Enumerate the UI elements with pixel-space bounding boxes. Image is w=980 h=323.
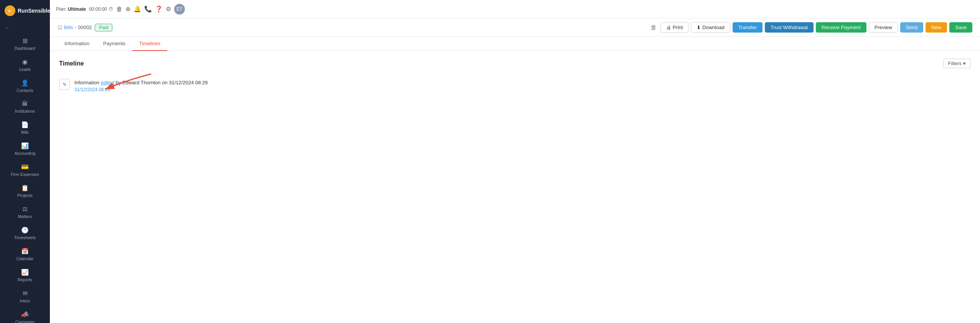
- contacts-icon: 👤: [21, 79, 29, 87]
- download-icon: ⬇: [697, 25, 701, 30]
- timeline-item-content: Information edited by Edward Thornton on…: [74, 79, 208, 92]
- preview-button[interactable]: Preview: [869, 22, 898, 33]
- tab-bar: Information Payments Timelines: [50, 37, 980, 51]
- sidebar-item-label: Matters: [18, 214, 32, 219]
- collapse-icon: ←: [5, 25, 10, 30]
- sidebar-item-calendar[interactable]: 📅 Calendar: [0, 244, 50, 265]
- timer-icon: ⏱: [109, 7, 113, 12]
- receive-payment-button[interactable]: Receive Payment: [816, 22, 866, 33]
- print-icon: 🖨: [666, 25, 671, 30]
- sidebar-item-label: Campaign: [15, 320, 35, 323]
- timesheets-icon: 🕐: [21, 226, 29, 234]
- timeline-item-text: Information edited by Edward Thornton on…: [74, 79, 208, 87]
- sidebar-item-label: Projects: [17, 193, 33, 198]
- inbox-icon: ✉: [23, 290, 28, 297]
- send-button[interactable]: Send: [900, 22, 923, 33]
- calendar-icon: 📅: [21, 248, 29, 255]
- projects-icon: 📋: [21, 184, 29, 192]
- sidebar-item-projects[interactable]: 📋 Projects: [0, 180, 50, 202]
- filters-chevron-icon: ▾: [963, 61, 966, 66]
- sidebar-item-contacts[interactable]: 👤 Contacts: [0, 75, 50, 97]
- sidebar-item-label: Leads: [19, 67, 31, 72]
- breadcrumb: ☑ Bills › 00002: [58, 25, 92, 31]
- sidebar-item-timesheets[interactable]: 🕐 Timesheets: [0, 223, 50, 244]
- sidebar-item-label: Contacts: [16, 88, 33, 93]
- timeline-header: Timeline Filters ▾: [59, 59, 971, 68]
- firm-expenses-icon: 💳: [21, 163, 29, 171]
- breadcrumb-bills-link[interactable]: Bills: [64, 25, 73, 30]
- logo-text: RunSensible: [18, 8, 50, 14]
- sidebar-item-label: Dashboard: [15, 46, 35, 51]
- timeline-text-after: by Edward Thornton on 31/12/2024 08:29: [116, 80, 208, 85]
- timeline-text-before: Information: [74, 80, 99, 85]
- sidebar-item-label: Reports: [18, 277, 33, 282]
- sidebar-item-leads[interactable]: ◉ Leads: [0, 54, 50, 75]
- breadcrumb-checkbox-icon: ☑: [58, 25, 63, 31]
- breadcrumb-bill-number: 00002: [78, 25, 92, 30]
- trash-icon[interactable]: 🗑: [116, 6, 122, 13]
- save-button[interactable]: Save: [949, 22, 972, 33]
- sidebar-item-dashboard[interactable]: ⊞ Dashboard: [0, 33, 50, 54]
- filters-button[interactable]: Filters ▾: [943, 59, 971, 68]
- help-icon[interactable]: ❓: [155, 5, 163, 13]
- status-badge: Paid: [95, 24, 112, 31]
- bills-icon: 📄: [21, 121, 29, 128]
- topbar: Plan: Ultimate 00:00:00 ⏱ 🗑 ⊕ 🔔 📞 ❓ ⚙ ET: [50, 0, 980, 18]
- avatar[interactable]: ET: [174, 4, 185, 15]
- timeline-timestamp: 31/12/2024 08:29: [74, 87, 208, 92]
- sidebar-item-accounting[interactable]: 📊 Accounting: [0, 138, 50, 159]
- timeline-item: ✎ Information edited by Edward Thornton …: [59, 76, 971, 95]
- timeline-title: Timeline: [59, 60, 84, 67]
- timer-display: 00:00:00 ⏱: [89, 7, 113, 12]
- campaign-icon: 📣: [21, 311, 29, 318]
- avatar-initials: ET: [176, 7, 182, 12]
- new-button[interactable]: New: [926, 22, 947, 33]
- plus-icon[interactable]: ⊕: [125, 5, 130, 13]
- logo[interactable]: R RunSensible: [0, 0, 50, 21]
- trust-withdrawal-button[interactable]: Trust Withdrawal: [765, 22, 814, 33]
- sidebar: R RunSensible ← ⊞ Dashboard ◉ Leads 👤 Co…: [0, 0, 50, 323]
- settings-icon[interactable]: ⚙: [166, 5, 171, 13]
- transfer-button[interactable]: Transfer: [733, 22, 763, 33]
- sidebar-item-label: Institutions: [15, 109, 35, 113]
- timeline-item-edit-icon: ✎: [59, 79, 70, 90]
- delete-button[interactable]: 🗑: [649, 23, 658, 33]
- logo-icon: R: [5, 5, 15, 16]
- matters-icon: ⚖: [22, 205, 28, 213]
- download-button[interactable]: ⬇ Download: [691, 22, 730, 33]
- tab-information[interactable]: Information: [58, 37, 96, 51]
- tab-payments[interactable]: Payments: [96, 37, 132, 51]
- bell-icon[interactable]: 🔔: [133, 5, 141, 13]
- sidebar-item-label: Inbox: [20, 298, 30, 303]
- dashboard-icon: ⊞: [23, 37, 28, 44]
- timeline-edited-link[interactable]: edited: [101, 80, 114, 85]
- main-content: Plan: Ultimate 00:00:00 ⏱ 🗑 ⊕ 🔔 📞 ❓ ⚙ ET…: [50, 0, 980, 323]
- sidebar-item-label: Firm Expenses: [11, 172, 39, 177]
- timeline-section: Timeline Filters ▾: [50, 51, 980, 103]
- sidebar-item-inbox[interactable]: ✉ Inbox: [0, 286, 50, 307]
- accounting-icon: 📊: [21, 142, 29, 149]
- sidebar-item-matters[interactable]: ⚖ Matters: [0, 202, 50, 223]
- leads-icon: ◉: [22, 58, 28, 66]
- svg-text:R: R: [8, 9, 11, 13]
- sidebar-item-label: Calendar: [16, 256, 34, 261]
- action-bar: ☑ Bills › 00002 Paid 🗑 🖨 Print ⬇ Downloa…: [50, 18, 980, 37]
- phone-icon[interactable]: 📞: [144, 5, 152, 13]
- print-button[interactable]: 🖨 Print: [660, 22, 688, 33]
- sidebar-item-reports[interactable]: 📈 Reports: [0, 265, 50, 286]
- sidebar-collapse-button[interactable]: ←: [0, 21, 50, 33]
- action-buttons: 🗑 🖨 Print ⬇ Download Transfer Trust With…: [649, 22, 972, 33]
- breadcrumb-separator: ›: [75, 25, 76, 30]
- timeline-list: ✎ Information edited by Edward Thornton …: [59, 76, 971, 95]
- institutions-icon: 🏛: [22, 100, 28, 107]
- page-content: ☑ Bills › 00002 Paid 🗑 🖨 Print ⬇ Downloa…: [50, 18, 980, 323]
- sidebar-item-campaign[interactable]: 📣 Campaign: [0, 307, 50, 323]
- sidebar-item-institutions[interactable]: 🏛 Institutions: [0, 97, 50, 117]
- tab-timelines[interactable]: Timelines: [132, 37, 167, 51]
- plan-info: Plan: Ultimate: [56, 7, 86, 12]
- sidebar-item-bills[interactable]: 📄 Bills: [0, 117, 50, 138]
- sidebar-item-label: Accounting: [15, 151, 35, 156]
- reports-icon: 📈: [21, 269, 29, 276]
- sidebar-item-firm-expenses[interactable]: 💳 Firm Expenses: [0, 159, 50, 180]
- sidebar-item-label: Timesheets: [14, 235, 36, 240]
